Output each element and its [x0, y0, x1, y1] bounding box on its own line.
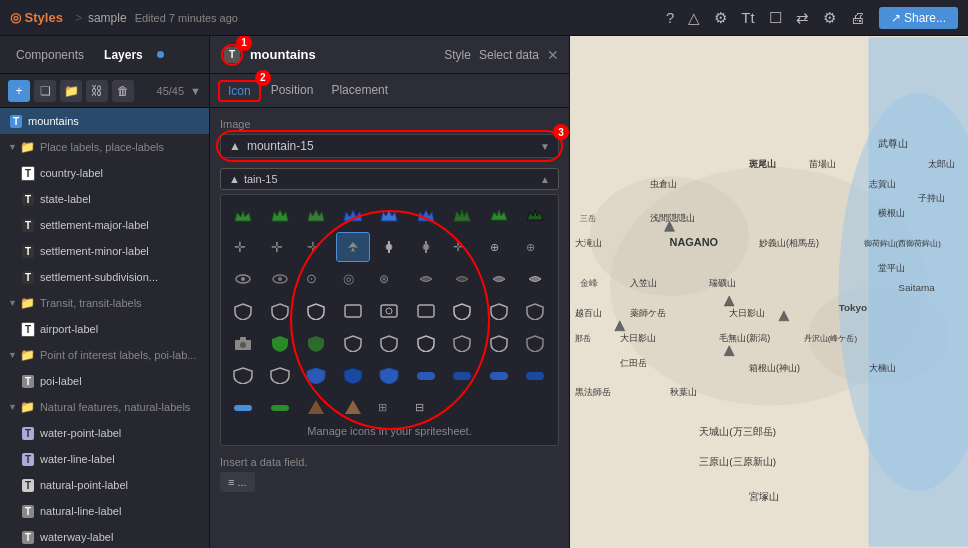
- icon-cell[interactable]: [483, 297, 515, 325]
- icon-cell[interactable]: ✛: [446, 233, 478, 261]
- link-button[interactable]: ⛓: [86, 80, 108, 102]
- icon-cell[interactable]: [446, 361, 478, 389]
- icon-cell[interactable]: ◎: [337, 265, 369, 293]
- icon-cell[interactable]: ✛: [300, 233, 332, 261]
- tab-position[interactable]: Position: [263, 79, 322, 103]
- group-arrow[interactable]: ▼: [8, 350, 17, 360]
- icon-cell[interactable]: [519, 361, 551, 389]
- icon-cell[interactable]: [483, 265, 515, 293]
- layer-item[interactable]: T state-label: [0, 186, 209, 212]
- icon-cell[interactable]: [264, 393, 296, 421]
- tab-placement[interactable]: Placement: [323, 79, 396, 103]
- icon-cell[interactable]: [264, 201, 296, 229]
- icon-cell[interactable]: [264, 297, 296, 325]
- icon-cell[interactable]: [227, 297, 259, 325]
- layer-item[interactable]: T settlement-subdivision...: [0, 264, 209, 290]
- icon-cell[interactable]: [373, 329, 405, 357]
- group-arrow[interactable]: ▼: [8, 298, 17, 308]
- icon-cell[interactable]: ⊟: [410, 393, 442, 421]
- filter-icon[interactable]: ▼: [190, 85, 201, 97]
- icon-cell[interactable]: [373, 361, 405, 389]
- icon-cell[interactable]: [337, 297, 369, 325]
- icon-cell[interactable]: ✛: [264, 233, 296, 261]
- icon-cell[interactable]: [337, 393, 369, 421]
- icon-cell[interactable]: [227, 393, 259, 421]
- tab-layers[interactable]: Layers: [96, 42, 151, 68]
- icon-cell[interactable]: [337, 361, 369, 389]
- icon-cell[interactable]: [483, 329, 515, 357]
- tab-icon[interactable]: Icon: [218, 80, 261, 102]
- layer-item[interactable]: T natural-line-label: [0, 498, 209, 524]
- add-layer-button[interactable]: +: [8, 80, 30, 102]
- icon-cell[interactable]: [446, 329, 478, 357]
- project-name[interactable]: sample: [88, 11, 127, 25]
- icon-cell[interactable]: [519, 201, 551, 229]
- icon-cell[interactable]: [483, 201, 515, 229]
- layer-item[interactable]: T country-label: [0, 160, 209, 186]
- icon-cell[interactable]: [264, 361, 296, 389]
- icon-cell[interactable]: [227, 265, 259, 293]
- insert-field-button[interactable]: ≡ ...: [220, 472, 255, 492]
- icon-cell[interactable]: [446, 265, 478, 293]
- settings-icon[interactable]: ⚙: [714, 9, 727, 27]
- layer-group[interactable]: ▼ 📁 Transit, transit-labels: [0, 290, 209, 316]
- icon-cell[interactable]: [410, 265, 442, 293]
- icon-cell[interactable]: [519, 329, 551, 357]
- icon-cell[interactable]: [227, 361, 259, 389]
- font-icon[interactable]: Tt: [741, 9, 754, 26]
- icon-cell[interactable]: [446, 297, 478, 325]
- layer-group[interactable]: ▼ 📁 Place labels, place-labels: [0, 134, 209, 160]
- icon-cell[interactable]: [300, 297, 332, 325]
- close-button[interactable]: ✕: [547, 47, 559, 63]
- icon-cell[interactable]: [337, 201, 369, 229]
- icon-cell[interactable]: [300, 201, 332, 229]
- layer-item[interactable]: T water-line-label: [0, 446, 209, 472]
- monitor-icon[interactable]: ☐: [769, 9, 782, 27]
- layer-item[interactable]: T natural-point-label: [0, 472, 209, 498]
- icon-cell[interactable]: [373, 233, 405, 261]
- icon-cell[interactable]: [410, 233, 442, 261]
- layer-item[interactable]: T airport-label: [0, 316, 209, 342]
- select-data-tab[interactable]: Select data: [479, 48, 539, 62]
- icon-cell[interactable]: [519, 297, 551, 325]
- layer-item[interactable]: T settlement-major-label: [0, 212, 209, 238]
- icon-cell[interactable]: [227, 329, 259, 357]
- icon-cell[interactable]: [446, 201, 478, 229]
- folder-button[interactable]: 📁: [60, 80, 82, 102]
- layer-group[interactable]: ▼ 📁 Point of interest labels, poi-lab...: [0, 342, 209, 368]
- icon-cell[interactable]: ⊞: [373, 393, 405, 421]
- icon-cell[interactable]: [373, 297, 405, 325]
- icon-cell[interactable]: ✛: [227, 233, 259, 261]
- icon-cell[interactable]: ⊙: [300, 265, 332, 293]
- delete-button[interactable]: 🗑: [112, 80, 134, 102]
- transfer-icon[interactable]: ⇄: [796, 9, 809, 27]
- help-icon[interactable]: ?: [666, 9, 674, 26]
- image-field[interactable]: ▲ mountain-15 ▼: [220, 134, 559, 158]
- icon-cell[interactable]: [373, 201, 405, 229]
- layer-item[interactable]: T poi-label: [0, 368, 209, 394]
- print-icon[interactable]: 🖨: [850, 9, 865, 26]
- icon-cell[interactable]: ⊛: [373, 265, 405, 293]
- manage-icons-text[interactable]: Manage icons in your spritesheet.: [227, 421, 552, 439]
- style-tab[interactable]: Style: [444, 48, 471, 62]
- icon-cell[interactable]: [519, 265, 551, 293]
- icon-cell[interactable]: [410, 297, 442, 325]
- icon-cell[interactable]: [227, 201, 259, 229]
- group-arrow[interactable]: ▼: [8, 402, 17, 412]
- layer-item[interactable]: T waterway-label: [0, 524, 209, 548]
- icon-cell[interactable]: [264, 329, 296, 357]
- layer-item[interactable]: T mountains: [0, 108, 209, 134]
- alert-icon[interactable]: △: [688, 9, 700, 27]
- icon-cell[interactable]: ⊕: [483, 233, 515, 261]
- icon-cell[interactable]: [300, 329, 332, 357]
- layer-group[interactable]: ▼ 📁 Natural features, natural-labels: [0, 394, 209, 420]
- icon-cell[interactable]: [264, 265, 296, 293]
- icon-cell[interactable]: ⊕: [519, 233, 551, 261]
- layer-item[interactable]: T water-point-label: [0, 420, 209, 446]
- icon-cell[interactable]: [410, 329, 442, 357]
- icon-cell[interactable]: [300, 393, 332, 421]
- icon-cell-selected[interactable]: [337, 233, 369, 261]
- share-button[interactable]: ↗ Share...: [879, 7, 958, 29]
- group-arrow[interactable]: ▼: [8, 142, 17, 152]
- icon-cell[interactable]: [410, 361, 442, 389]
